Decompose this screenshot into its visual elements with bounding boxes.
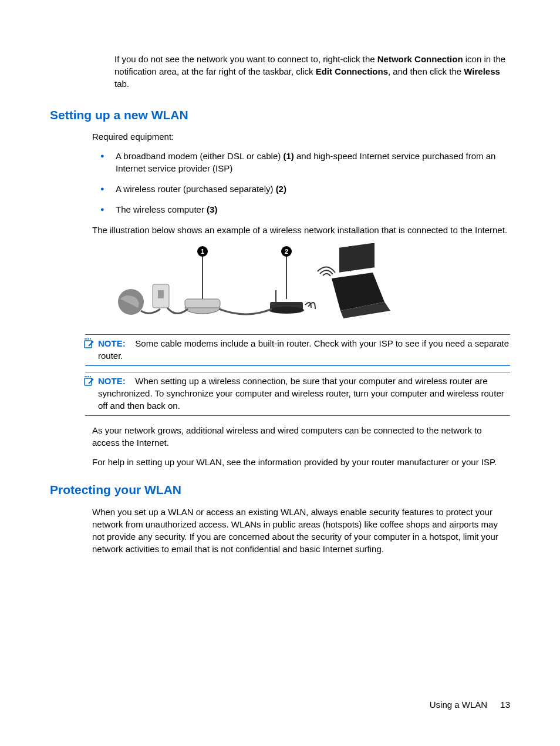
- text: A broadband modem (either DSL or cable): [116, 151, 283, 161]
- bold-text: Edit Connections: [316, 66, 388, 76]
- text: A wireless router (purchased separately): [116, 184, 276, 194]
- text: , and then click the: [388, 66, 464, 76]
- note-block: NOTE: When setting up a wireless connect…: [85, 372, 510, 416]
- svg-rect-17: [339, 243, 375, 273]
- section-body: Required equipment: A broadband modem (e…: [92, 130, 510, 328]
- bold-text: Network Connection: [377, 54, 463, 64]
- paragraph: For help in setting up your WLAN, see th…: [92, 456, 510, 468]
- required-equipment-label: Required equipment:: [92, 130, 510, 143]
- bold-text: (3): [207, 204, 217, 214]
- equipment-list: A broadband modem (either DSL or cable) …: [92, 150, 510, 216]
- list-item: A wireless router (purchased separately)…: [92, 183, 510, 195]
- page-footer: Using a WLAN 13: [430, 698, 510, 711]
- heading-protecting-wlan: Protecting your WLAN: [50, 481, 510, 498]
- list-item: The wireless computer (3): [92, 203, 510, 216]
- note-label: NOTE:: [98, 338, 126, 348]
- text: If you do not see the network you want t…: [114, 54, 377, 64]
- text: tab.: [114, 79, 129, 89]
- section-body: When you set up a WLAN or access an exis…: [92, 506, 510, 555]
- page-number: 13: [500, 700, 510, 710]
- section-body: As your network grows, additional wirele…: [92, 424, 510, 468]
- svg-point-16: [269, 307, 304, 314]
- network-diagram: 1 2 3: [109, 243, 510, 328]
- note-icon: [83, 337, 95, 349]
- note-text: [128, 338, 136, 348]
- note-text: Some cable modems include a built-in rou…: [98, 338, 509, 361]
- heading-setting-up-wlan: Setting up a new WLAN: [50, 106, 510, 123]
- footer-title: Using a WLAN: [430, 700, 487, 710]
- note-icon: [83, 375, 95, 387]
- paragraph: When you set up a WLAN or access an exis…: [92, 506, 510, 555]
- bold-text: Wireless: [464, 66, 500, 76]
- document-page: If you do not see the network you want t…: [0, 0, 560, 746]
- svg-text:1: 1: [201, 248, 204, 255]
- illustration-caption: The illustration below shows an example …: [92, 224, 510, 236]
- bold-text: (2): [276, 184, 286, 194]
- intro-paragraph: If you do not see the network you want t…: [114, 53, 510, 90]
- svg-rect-13: [185, 299, 220, 308]
- paragraph: As your network grows, additional wirele…: [92, 424, 510, 449]
- note-label: NOTE:: [98, 376, 126, 386]
- list-item: A broadband modem (either DSL or cable) …: [92, 150, 510, 174]
- svg-text:2: 2: [285, 248, 288, 255]
- svg-rect-11: [158, 290, 164, 298]
- note-text: [128, 376, 136, 386]
- note-text: When setting up a wireless connection, b…: [98, 376, 504, 411]
- bold-text: (1): [283, 151, 294, 161]
- note-block: NOTE: Some cable modems include a built-…: [85, 334, 510, 366]
- text: The wireless computer: [116, 204, 207, 214]
